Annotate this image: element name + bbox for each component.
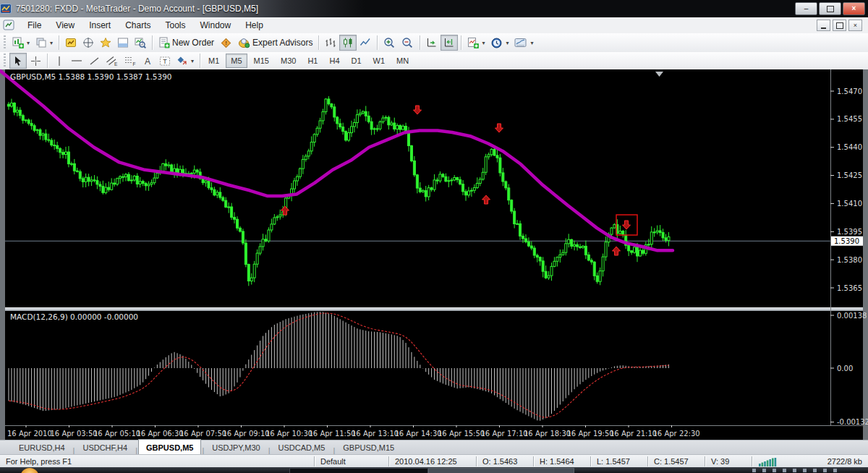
- toolbar-grip[interactable]: [2, 35, 7, 51]
- metatrader-window: 7501280: FXDD - MetaTrader - Demo Accoun…: [0, 0, 868, 473]
- title-bar[interactable]: 7501280: FXDD - MetaTrader - Demo Accoun…: [0, 0, 868, 17]
- periods-button[interactable]: ▾: [488, 35, 511, 51]
- dropdown-arrow-icon: ▾: [191, 58, 194, 64]
- close-button[interactable]: ×: [843, 2, 865, 15]
- svg-text:1.5440: 1.5440: [837, 143, 862, 151]
- chart-tab-usdcad-m5[interactable]: USDCAD,M5: [271, 440, 333, 455]
- timeframe-mn[interactable]: MN: [391, 54, 414, 68]
- mdi-close-button[interactable]: ×: [848, 20, 862, 31]
- menu-help[interactable]: Help: [238, 19, 271, 32]
- menu-view[interactable]: View: [48, 19, 82, 32]
- toolbar-separator: [47, 54, 48, 68]
- arrows-tool-button[interactable]: ▾: [174, 53, 197, 69]
- cursor-tool-button[interactable]: [9, 53, 27, 69]
- fibonacci-tool-button[interactable]: F: [121, 53, 139, 69]
- bar-chart-mode-button[interactable]: [322, 35, 339, 51]
- svg-text:16 Apr 15:50: 16 Apr 15:50: [438, 430, 485, 438]
- chart-tab-gbpusd-m15[interactable]: GBPUSD,M15: [336, 440, 401, 455]
- chart-tab-usdchf-h4[interactable]: USDCHF,H4: [75, 440, 135, 455]
- new-chart-button[interactable]: ▾: [9, 35, 33, 51]
- taskbar-button[interactable]: [428, 468, 574, 473]
- chart-shift-button[interactable]: [441, 35, 458, 51]
- minimize-button[interactable]: –: [795, 2, 817, 15]
- timeframe-h4[interactable]: H4: [324, 54, 344, 68]
- svg-text:1.5395: 1.5395: [837, 228, 862, 236]
- svg-text:16 Apr 18:30: 16 Apr 18:30: [524, 430, 571, 438]
- navigator-button[interactable]: [97, 35, 114, 51]
- templates-button[interactable]: ▾: [511, 35, 536, 51]
- macd-indicator-label: MACD(12,26,9) 0.00000 -0.00000: [10, 312, 138, 321]
- taskbar-button[interactable]: [289, 468, 428, 473]
- indicators-icon: [467, 37, 479, 48]
- chart-tab-gbpusd-m5[interactable]: GBPUSD,M5: [138, 439, 201, 455]
- chart-tab-eurusd-h4[interactable]: EURUSD,H4: [12, 440, 72, 455]
- timeframe-m30[interactable]: M30: [276, 54, 301, 68]
- status-close: C: 1.5457: [648, 455, 705, 468]
- horizontal-line-tool-button[interactable]: [68, 53, 85, 69]
- expert-advisors-icon: [238, 37, 250, 48]
- text-label-tool-button[interactable]: T: [156, 53, 174, 69]
- timeframe-m5[interactable]: M5: [226, 54, 247, 68]
- timeframe-w1[interactable]: W1: [368, 54, 391, 68]
- menu-tools[interactable]: Tools: [158, 19, 193, 32]
- dropdown-arrow-icon: ▾: [27, 40, 30, 46]
- windows-taskbar[interactable]: [0, 467, 868, 473]
- trendline-icon: [89, 56, 100, 67]
- chart-tab-usdjpy-m30[interactable]: USDJPY,M30: [205, 440, 267, 455]
- status-profile[interactable]: Default: [315, 455, 388, 468]
- timeframe-m15[interactable]: M15: [249, 54, 274, 68]
- new-order-label: New Order: [172, 38, 214, 48]
- zoom-in-button[interactable]: [380, 35, 399, 51]
- new-order-button[interactable]: New Order: [156, 35, 217, 51]
- channel-icon: E: [106, 55, 118, 67]
- candlestick-mode-button[interactable]: [339, 35, 357, 51]
- auto-scroll-icon: [426, 37, 438, 48]
- mdi-restore-button[interactable]: [833, 20, 846, 31]
- expert-advisors-button[interactable]: Expert Advisors: [235, 35, 315, 51]
- timeframe-m1[interactable]: M1: [203, 54, 224, 68]
- auto-scroll-button[interactable]: [423, 35, 441, 51]
- svg-text:16 Apr 03:50: 16 Apr 03:50: [51, 430, 98, 438]
- timeframe-d1[interactable]: D1: [346, 54, 367, 68]
- text-tool-button[interactable]: A: [139, 53, 156, 69]
- strategy-tester-button[interactable]: [132, 35, 149, 51]
- profiles-button[interactable]: ▾: [33, 35, 56, 51]
- zoom-out-button[interactable]: [399, 35, 417, 51]
- chart-shift-icon: [443, 37, 455, 48]
- svg-text:16 Apr 13:10: 16 Apr 13:10: [352, 430, 399, 438]
- svg-text:16 Apr 14:30: 16 Apr 14:30: [395, 430, 442, 438]
- menu-window[interactable]: Window: [193, 19, 239, 32]
- menu-insert[interactable]: Insert: [82, 19, 118, 32]
- start-orb-icon[interactable]: [20, 468, 39, 473]
- line-chart-mode-button[interactable]: [357, 35, 374, 51]
- chart-area[interactable]: 1.54701.54551.54401.54251.54101.53951.53…: [0, 69, 868, 440]
- svg-text:16 Apr 06:30: 16 Apr 06:30: [137, 430, 184, 438]
- data-window-button[interactable]: [80, 35, 97, 51]
- svg-text:1.5470: 1.5470: [837, 88, 862, 95]
- price-chart-svg[interactable]: 1.54701.54551.54401.54251.54101.53951.53…: [0, 69, 868, 440]
- toolbar-grip[interactable]: [2, 54, 7, 67]
- mdi-minimize-button[interactable]: [817, 20, 830, 31]
- text-icon: A: [142, 56, 153, 67]
- crosshair-tool-button[interactable]: [27, 53, 44, 69]
- fibonacci-icon: F: [124, 55, 136, 67]
- maximize-button[interactable]: [819, 2, 841, 15]
- indicators-button[interactable]: ▾: [464, 35, 488, 51]
- menu-charts[interactable]: Charts: [118, 19, 158, 32]
- vertical-line-tool-button[interactable]: [51, 53, 68, 69]
- chart-tabs-bar: EURUSD,H4|USDCHF,H4|GBPUSD,M5|USDJPY,M30…: [0, 440, 868, 455]
- chart-document-icon[interactable]: [3, 20, 16, 31]
- timeframe-h1[interactable]: H1: [302, 54, 323, 68]
- equidistant-channel-tool-button[interactable]: E: [103, 53, 121, 69]
- terminal-icon: [117, 37, 129, 48]
- svg-text:!: !: [225, 40, 227, 46]
- market-watch-icon: [65, 37, 77, 48]
- terminal-button[interactable]: [114, 35, 132, 51]
- market-watch-button[interactable]: [62, 35, 80, 51]
- metaeditor-button[interactable]: !: [217, 35, 235, 51]
- svg-text:-0.00132: -0.00132: [837, 418, 868, 426]
- menu-file[interactable]: File: [20, 19, 48, 32]
- svg-text:F: F: [133, 61, 136, 67]
- system-tray-icons[interactable]: [752, 469, 839, 472]
- trendline-tool-button[interactable]: [85, 53, 103, 69]
